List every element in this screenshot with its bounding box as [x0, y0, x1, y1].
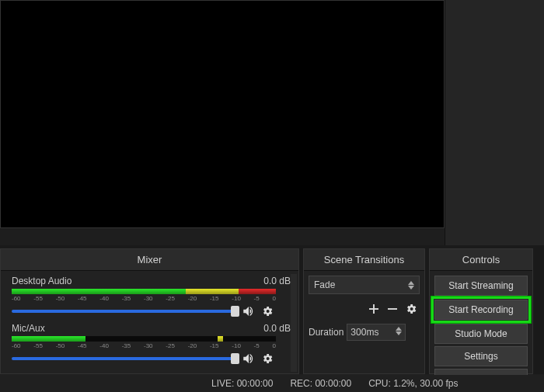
- level-ticks: -60-55-50-45-40-35-30-25-20-15-10-50: [12, 342, 276, 349]
- level-meter: [12, 336, 276, 342]
- status-live: LIVE: 00:00:00: [211, 378, 273, 389]
- preview-side-panel: [445, 0, 544, 245]
- level-meter: [12, 289, 276, 294]
- gear-icon[interactable]: [260, 352, 274, 366]
- volume-slider[interactable]: [12, 357, 237, 360]
- mixer-panel: Mixer Desktop Audio 0.0 dB -60-55-50-45-…: [0, 248, 299, 374]
- minus-icon[interactable]: [385, 302, 399, 316]
- status-rec: REC: 00:00:00: [290, 378, 351, 389]
- studio-mode-button[interactable]: Studio Mode: [434, 324, 528, 344]
- mixer-channel: Mic/Aux 0.0 dB -60-55-50-45-40-35-30-25-…: [12, 323, 291, 366]
- updown-icon: [408, 281, 414, 290]
- mixer-header: Mixer: [1, 249, 298, 271]
- settings-button[interactable]: Settings: [434, 346, 528, 366]
- plus-icon[interactable]: [367, 302, 381, 316]
- gear-icon[interactable]: [260, 304, 274, 318]
- transition-select[interactable]: Fade: [309, 276, 420, 294]
- start-streaming-button[interactable]: Start Streaming: [434, 276, 528, 296]
- volume-slider[interactable]: [12, 310, 237, 313]
- channel-name: Mic/Aux: [12, 323, 45, 334]
- transition-selected: Fade: [314, 279, 335, 290]
- volume-thumb[interactable]: [231, 306, 239, 317]
- duration-value: 300ms: [350, 327, 378, 338]
- updown-icon: [396, 327, 402, 338]
- duration-input[interactable]: 300ms: [347, 324, 406, 341]
- highlight: Start Recording: [431, 297, 531, 323]
- preview-area: [0, 0, 544, 245]
- volume-thumb[interactable]: [231, 353, 239, 364]
- controls-panel: Controls Start Streaming Start Recording…: [429, 248, 533, 374]
- preview-canvas[interactable]: [0, 0, 445, 228]
- mixer-body: Desktop Audio 0.0 dB -60-55-50-45-40-35-…: [1, 271, 298, 375]
- start-recording-button[interactable]: Start Recording: [434, 300, 528, 320]
- speaker-icon[interactable]: [242, 352, 256, 366]
- channel-db: 0.0 dB: [263, 323, 291, 334]
- status-cpu: CPU: 1.2%, 30.00 fps: [368, 378, 458, 389]
- channel-name: Desktop Audio: [12, 276, 71, 286]
- status-bar: LIVE: 00:00:00 REC: 00:00:00 CPU: 1.2%, …: [0, 375, 544, 392]
- mixer-channel: Desktop Audio 0.0 dB -60-55-50-45-40-35-…: [12, 276, 291, 318]
- preview-gap: [0, 228, 445, 245]
- mixer-scrollbar[interactable]: [291, 274, 297, 372]
- controls-header: Controls: [430, 249, 532, 271]
- channel-db: 0.0 dB: [263, 276, 291, 286]
- level-ticks: -60-55-50-45-40-35-30-25-20-15-10-50: [12, 295, 276, 302]
- transitions-panel: Scene Transitions Fade: [303, 248, 425, 374]
- speaker-icon[interactable]: [242, 304, 256, 318]
- gear-icon[interactable]: [404, 302, 418, 316]
- bottom-panels: Mixer Desktop Audio 0.0 dB -60-55-50-45-…: [0, 245, 544, 374]
- transitions-header: Scene Transitions: [304, 249, 424, 271]
- duration-label: Duration: [309, 327, 343, 338]
